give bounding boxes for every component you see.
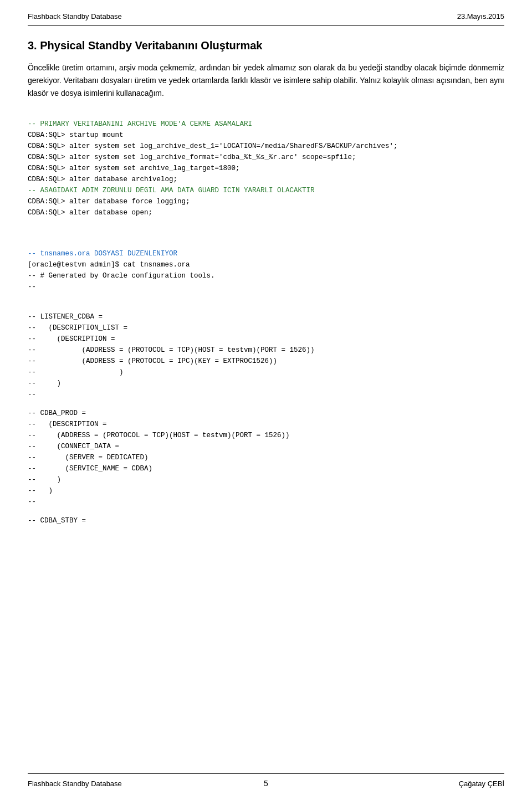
footer-page-number: 5 (264, 778, 268, 789)
code-line-1: CDBA:SQL> startup mount (28, 131, 124, 139)
code-line-7: CDBA:SQL> alter database open; (28, 209, 152, 217)
section-number: 3. (28, 39, 37, 52)
code-block-tnsnames: -- tnsnames.ora DOSYASI DUZENLENIYOR [or… (28, 237, 504, 304)
section-heading: Physical Standby Veritabanını Oluşturmak (40, 39, 262, 52)
section-title: 3. Physical Standby Veritabanını Oluştur… (28, 37, 504, 54)
header-date: 23.Mayıs.2015 (457, 11, 504, 22)
page-footer: Flashback Standby Database 5 Çağatay ÇEB… (28, 773, 504, 789)
code-line-4: CDBA:SQL> alter system set archive_lag_t… (28, 165, 240, 172)
tnsnames-shell: [oracle@testvm admin]$ cat tnsnames.ora (28, 261, 190, 269)
tnsnames-blank1: -- (28, 283, 36, 291)
page-header: Flashback Standby Database 23.Mayıs.2015 (28, 11, 504, 26)
page: Flashback Standby Database 23.Mayıs.2015… (0, 0, 532, 800)
code-line-6: CDBA:SQL> alter database force logging; (28, 198, 190, 206)
code-block-listener: -- LISTENER_CDBA = -- (DESCRIPTION_LIST … (28, 311, 504, 400)
body-paragraph-1: Öncelikle üretim ortamını, arşiv moda çe… (28, 61, 504, 100)
code-line-5: CDBA:SQL> alter database archivelog; (28, 176, 177, 183)
code-comment-1: -- PRIMARY VERITABANINI ARCHIVE MODE'A C… (28, 120, 252, 128)
header-title: Flashback Standby Database (28, 11, 122, 22)
code-line-cdba-stby: -- CDBA_STBY = (28, 515, 504, 526)
code-comment-2: -- ASAGIDAKI ADIM ZORUNLU DEGIL AMA DATA… (28, 187, 315, 194)
code-block-archive: -- PRIMARY VERITABANINI ARCHIVE MODE'A C… (28, 107, 504, 229)
footer-right: Çağatay ÇEBİ (459, 778, 504, 789)
code-line-2: CDBA:SQL> alter system set log_archive_d… (28, 142, 398, 150)
tnsnames-gen-comment: -- # Generated by Oracle configuration t… (28, 272, 215, 280)
tnsnames-comment: -- tnsnames.ora DOSYASI DUZENLENIYOR (28, 250, 177, 258)
code-block-cdba-prod: -- CDBA_PROD = -- (DESCRIPTION = -- (ADD… (28, 408, 504, 507)
footer-left: Flashback Standby Database (28, 778, 122, 789)
code-line-3: CDBA:SQL> alter system set log_archive_f… (28, 153, 356, 161)
